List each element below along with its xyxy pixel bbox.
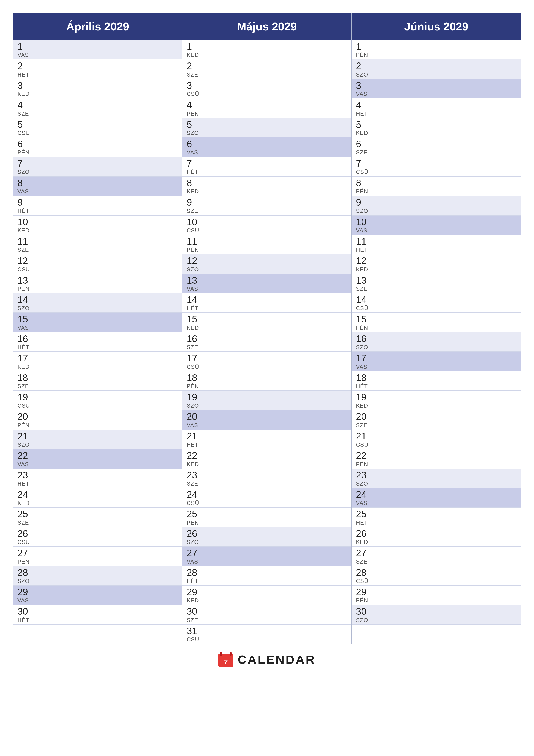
month-header-june: Június 2029 <box>352 13 521 40</box>
day-row: 16SZO <box>352 332 521 352</box>
day-number: 16 <box>356 334 517 344</box>
day-number: 29 <box>17 587 178 597</box>
day-row: 3CSÜ <box>182 79 351 98</box>
day-abbr: SZO <box>187 539 347 546</box>
day-row: 9HÉT <box>13 196 182 215</box>
day-number: 9 <box>356 197 517 207</box>
day-abbr: SZO <box>187 402 347 409</box>
day-row: 13SZE <box>352 274 521 293</box>
day-number: 26 <box>17 528 178 539</box>
day-row: 20PÉN <box>13 410 182 429</box>
svg-text:7: 7 <box>224 658 228 666</box>
day-number: 6 <box>187 139 347 149</box>
day-row: 23SZE <box>182 469 351 488</box>
day-number: 23 <box>187 470 347 480</box>
day-number: 10 <box>187 217 347 227</box>
day-abbr: CSÜ <box>356 305 517 311</box>
svg-rect-2 <box>218 656 233 658</box>
day-abbr: VAS <box>17 461 178 468</box>
day-row: 18HÉT <box>352 371 521 391</box>
day-number: 2 <box>187 61 347 71</box>
day-row: 26KED <box>352 527 521 547</box>
month-header-april: Április 2029 <box>13 13 182 40</box>
day-number: 25 <box>356 509 517 519</box>
day-abbr: SZO <box>187 130 347 136</box>
day-row: 28CSÜ <box>352 566 521 585</box>
day-row: 2SZO <box>352 60 521 79</box>
svg-rect-4 <box>230 652 232 656</box>
day-number: 29 <box>356 587 517 597</box>
day-number: 5 <box>17 120 178 130</box>
footer-app-name: CALENDAR <box>238 653 316 666</box>
day-abbr: KED <box>356 402 517 409</box>
day-row: 15KED <box>182 313 351 332</box>
day-abbr: HÉT <box>17 617 178 623</box>
day-number: 30 <box>17 606 178 617</box>
day-abbr: HÉT <box>187 305 347 311</box>
day-row: 6PÉN <box>13 138 182 157</box>
day-number: 19 <box>356 392 517 402</box>
day-row: 25SZE <box>13 507 182 527</box>
day-row: 22KED <box>182 449 351 469</box>
day-abbr: SZE <box>187 480 347 487</box>
day-row: 24KED <box>13 488 182 507</box>
day-abbr: SZO <box>356 208 517 214</box>
day-number: 3 <box>187 80 347 91</box>
day-number: 8 <box>356 178 517 188</box>
day-number: 10 <box>17 217 178 227</box>
day-abbr: KED <box>187 461 347 468</box>
day-number: 23 <box>17 470 178 480</box>
day-row: 5CSÜ <box>13 118 182 138</box>
day-row: 7HÉT <box>182 157 351 176</box>
day-number: 2 <box>356 61 517 71</box>
day-abbr: SZO <box>17 578 178 584</box>
day-number: 20 <box>17 411 178 422</box>
day-abbr: VAS <box>187 285 347 292</box>
day-row: 13PÉN <box>13 274 182 293</box>
day-row: 27VAS <box>182 547 351 566</box>
day-abbr: VAS <box>356 227 517 234</box>
day-abbr: CSÜ <box>356 441 517 448</box>
day-abbr: VAS <box>356 500 517 506</box>
day-row: 17KED <box>13 352 182 371</box>
day-row: 11PÉN <box>182 235 351 254</box>
day-abbr: PÉN <box>187 110 347 117</box>
day-abbr: HÉT <box>17 344 178 351</box>
day-row: 28SZO <box>13 566 182 585</box>
day-row: 4SZE <box>13 98 182 118</box>
day-abbr: VAS <box>187 558 347 565</box>
day-abbr: CSÜ <box>187 227 347 234</box>
day-abbr: KED <box>356 266 517 273</box>
day-number: 9 <box>17 197 178 207</box>
day-abbr: SZE <box>356 558 517 565</box>
col-0: 1VAS2HÉT3KED4SZE5CSÜ6PÉN7SZO8VAS9HÉT10KE… <box>13 40 182 644</box>
day-row: 1KED <box>182 40 351 60</box>
day-number: 11 <box>356 236 517 247</box>
day-abbr: SZO <box>187 266 347 273</box>
day-abbr: HÉT <box>187 441 347 448</box>
day-number: 31 <box>187 626 347 636</box>
day-row: 6SZE <box>352 138 521 157</box>
day-abbr: HÉT <box>187 169 347 176</box>
day-number: 11 <box>17 236 178 247</box>
day-abbr: PÉN <box>356 461 517 468</box>
day-abbr: VAS <box>187 422 347 429</box>
day-abbr: PÉN <box>17 422 178 429</box>
day-number: 24 <box>356 489 517 500</box>
day-number: 7 <box>356 158 517 169</box>
day-abbr: PÉN <box>187 519 347 526</box>
day-row: 18SZE <box>13 371 182 391</box>
day-row: 5KED <box>352 118 521 138</box>
day-row: 10VAS <box>352 216 521 235</box>
day-row: 10KED <box>13 216 182 235</box>
day-row: 1PÉN <box>352 40 521 60</box>
day-number: 5 <box>356 120 517 130</box>
day-row: 6VAS <box>182 138 351 157</box>
day-row: 12CSÜ <box>13 254 182 274</box>
day-abbr: CSÜ <box>187 364 347 370</box>
day-abbr: VAS <box>187 149 347 156</box>
day-abbr: PÉN <box>187 247 347 253</box>
day-abbr: CSÜ <box>17 130 178 136</box>
day-row: 22VAS <box>13 449 182 469</box>
day-row <box>352 625 521 641</box>
